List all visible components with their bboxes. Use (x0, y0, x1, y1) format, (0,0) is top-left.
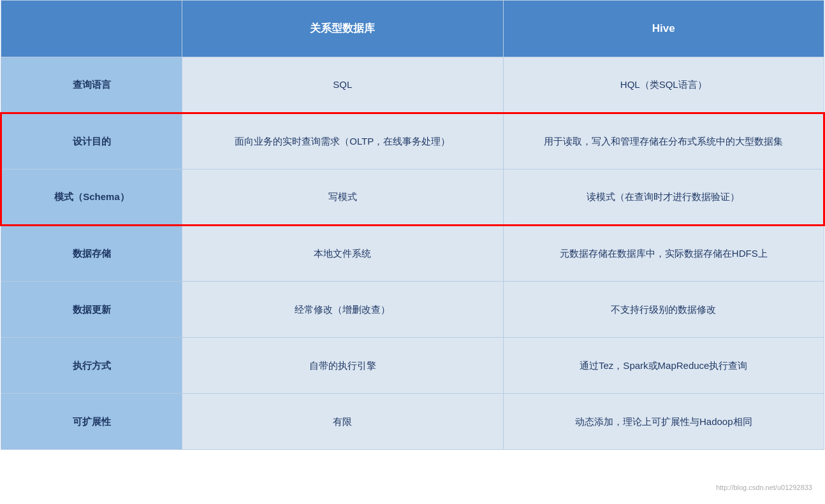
table-row-design-purpose: 设计目的面向业务的实时查询需求（OLTP，在线事务处理）用于读取，写入和管理存储… (1, 113, 824, 169)
hive-value-scalability: 动态添加，理论上可扩展性与Hadoop相同 (503, 394, 824, 450)
table-row-query-language: 查询语言SQLHQL（类SQL语言） (1, 57, 824, 113)
table-row-data-update: 数据更新经常修改（增删改查）不支持行级别的数据修改 (1, 282, 824, 338)
table-row-data-storage: 数据存储本地文件系统元数据存储在数据库中，实际数据存储在HDFS上 (1, 226, 824, 282)
hive-value-data-storage: 元数据存储在数据库中，实际数据存储在HDFS上 (503, 226, 824, 282)
rdb-value-schema: 写模式 (182, 169, 503, 226)
table-header-row: 关系型数据库 Hive (1, 1, 824, 57)
rdb-value-scalability: 有限 (182, 394, 503, 450)
table-row-schema: 模式（Schema）写模式读模式（在查询时才进行数据验证） (1, 169, 824, 226)
feature-label-data-update: 数据更新 (1, 282, 182, 338)
comparison-table: 关系型数据库 Hive 查询语言SQLHQL（类SQL语言）设计目的面向业务的实… (0, 0, 825, 450)
rdb-value-execution: 自带的执行引擎 (182, 338, 503, 394)
feature-label-scalability: 可扩展性 (1, 394, 182, 450)
hive-value-query-language: HQL（类SQL语言） (503, 57, 824, 113)
feature-label-execution: 执行方式 (1, 338, 182, 394)
header-hive: Hive (503, 1, 824, 57)
header-rdb: 关系型数据库 (182, 1, 503, 57)
table-row-execution: 执行方式自带的执行引擎通过Tez，Spark或MapReduce执行查询 (1, 338, 824, 394)
rdb-value-design-purpose: 面向业务的实时查询需求（OLTP，在线事务处理） (182, 113, 503, 169)
rdb-value-data-update: 经常修改（增删改查） (182, 282, 503, 338)
feature-label-data-storage: 数据存储 (1, 226, 182, 282)
hive-value-execution: 通过Tez，Spark或MapReduce执行查询 (503, 338, 824, 394)
feature-label-design-purpose: 设计目的 (1, 113, 182, 169)
table-row-scalability: 可扩展性有限动态添加，理论上可扩展性与Hadoop相同 (1, 394, 824, 450)
hive-value-data-update: 不支持行级别的数据修改 (503, 282, 824, 338)
rdb-value-data-storage: 本地文件系统 (182, 226, 503, 282)
watermark: http://blog.csdn.net/u01292833 (716, 484, 812, 491)
header-feature (1, 1, 182, 57)
hive-value-schema: 读模式（在查询时才进行数据验证） (503, 169, 824, 226)
feature-label-schema: 模式（Schema） (1, 169, 182, 226)
feature-label-query-language: 查询语言 (1, 57, 182, 113)
rdb-value-query-language: SQL (182, 57, 503, 113)
hive-value-design-purpose: 用于读取，写入和管理存储在分布式系统中的大型数据集 (503, 113, 824, 169)
